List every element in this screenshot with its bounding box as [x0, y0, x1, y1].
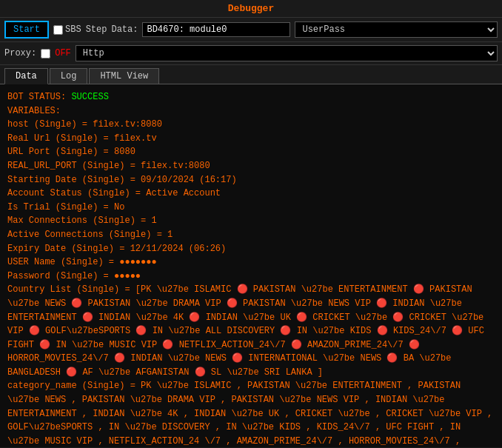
status-line: BOT STATUS: SUCCESS: [7, 90, 495, 104]
tabs-row: Data Log HTML View: [0, 65, 502, 84]
tab-data[interactable]: Data: [4, 68, 48, 84]
variables-heading: VARIABLES:: [7, 104, 495, 118]
sbs-checkbox[interactable]: [53, 25, 63, 35]
http-select-wrapper: Http: [76, 45, 498, 61]
userpass-select-wrapper: UserPass: [295, 21, 498, 38]
content-line-8: Active Connections (Single) = 1: [7, 228, 495, 242]
data-label: Data:: [111, 24, 138, 35]
start-button[interactable]: Start: [4, 21, 49, 39]
content-line-13: category_name (Single) = PK \u27be ISLAM…: [7, 379, 495, 447]
tab-log[interactable]: Log: [50, 68, 88, 84]
sbs-group: SBS: [53, 24, 81, 35]
content-line-0: host (Single) = filex.tv:8080: [7, 118, 495, 132]
proxy-checkbox-group: [41, 49, 50, 58]
off-label: OFF: [55, 48, 71, 58]
content-line-2: URL Port (Single) = 8080: [7, 145, 495, 159]
toolbar: Start SBS Step Data: UserPass: [0, 17, 502, 42]
content-line-1: Real Url (Single) = filex.tv: [7, 132, 495, 146]
content-line-7: Max Connections (Single) = 1: [7, 214, 495, 228]
content-line-5: Account Status (Single) = Active Account: [7, 187, 495, 201]
data-input[interactable]: [142, 22, 290, 37]
app-title: Debugger: [228, 3, 274, 14]
content-line-12: Country List (Single) = [PK \u27be ISLAM…: [7, 283, 495, 379]
step-label: Step: [86, 24, 107, 35]
content-line-4: Starting Date (Single) = 09/10/2024 (16:…: [7, 173, 495, 187]
content-line-9: Expiry Date (Single) = 12/11/2024 (06:26…: [7, 242, 495, 256]
content-area[interactable]: BOT STATUS: SUCCESSVARIABLES:host (Singl…: [0, 84, 502, 447]
content-line-11: Password (Single) = ●●●●●: [7, 270, 495, 284]
http-select[interactable]: Http: [76, 45, 498, 61]
userpass-select[interactable]: UserPass: [295, 21, 498, 38]
content-line-10: USER Name (Single) = ●●●●●●●: [7, 255, 495, 270]
sbs-label: SBS: [65, 24, 81, 35]
content-line-3: REAL_URL_PORT (Single) = filex.tv:8080: [7, 159, 495, 173]
content-wrapper: BOT STATUS: SUCCESSVARIABLES:host (Singl…: [0, 84, 502, 447]
title-bar: Debugger: [0, 0, 502, 17]
tab-html[interactable]: HTML View: [89, 68, 159, 84]
proxy-checkbox[interactable]: [41, 49, 50, 58]
content-line-6: Is Trial (Single) = No: [7, 201, 495, 215]
proxy-label: Proxy:: [4, 48, 36, 58]
proxy-row: Proxy: OFF Http: [0, 42, 502, 65]
